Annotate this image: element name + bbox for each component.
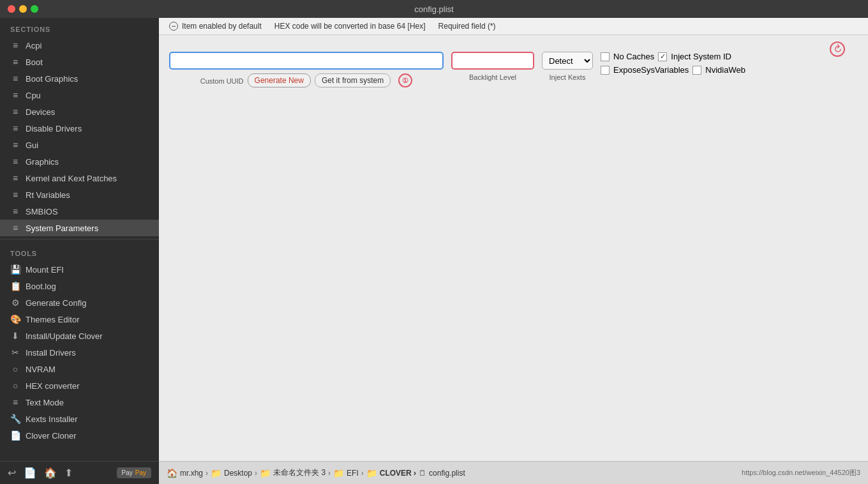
sidebar-item-themes-editor[interactable]: 🎨 Themes Editor: [0, 311, 159, 328]
sidebar-item-devices[interactable]: ≡ Devices: [0, 103, 159, 120]
sidebar-item-graphics[interactable]: ≡ Graphics: [0, 153, 159, 170]
no-caches-checkbox[interactable]: [601, 52, 610, 61]
breadcrumb-desktop: Desktop: [224, 469, 252, 478]
sidebar-item-acpi[interactable]: ≡ Acpi: [0, 37, 159, 54]
minimize-button[interactable]: [19, 5, 27, 13]
no-caches-label: No Caches: [613, 52, 654, 61]
list-icon: ≡: [10, 173, 20, 183]
inject-kexts-label: Inject Kexts: [550, 73, 586, 81]
log-icon: 📋: [10, 281, 20, 291]
new-file-icon[interactable]: 📄: [24, 467, 36, 479]
expose-sys-variables-checkbox[interactable]: [601, 66, 610, 75]
sidebar-item-install-update-clover[interactable]: ⬇ Install/Update Clover: [0, 328, 159, 344]
expose-sys-variables-label: ExposeSysVariables: [613, 65, 689, 75]
sidebar-item-gui[interactable]: ≡ Gui: [0, 137, 159, 153]
section-content: ↻ Custom UUID Generate New Get it from s…: [159, 35, 868, 461]
sidebar-item-clover-cloner[interactable]: 📄 Clover Cloner: [0, 427, 159, 444]
title-bar: config.plist: [0, 0, 868, 18]
sidebar-item-smbios[interactable]: ≡ SMBIOS: [0, 203, 159, 220]
hex-code-label: HEX code will be converted in base 64 [H…: [274, 22, 426, 31]
breadcrumb-plist: config.plist: [429, 469, 465, 478]
hex-icon: ○: [10, 381, 20, 391]
breadcrumb-arrow: ›: [255, 469, 257, 478]
palette-icon: 🎨: [10, 314, 20, 324]
list-icon: ≡: [10, 90, 20, 100]
share-icon[interactable]: ⬆: [64, 467, 73, 479]
backlight-level-label: Backlight Level: [469, 73, 516, 81]
breadcrumb-arrow: ›: [328, 469, 331, 478]
sections-header: SECTIONS: [0, 18, 159, 37]
uuid-info-circle: ①: [398, 73, 412, 87]
list-icon: ≡: [10, 140, 20, 150]
tools-header: TOOLS: [0, 242, 159, 261]
sidebar-item-install-drivers[interactable]: ✂ Install Drivers: [0, 344, 159, 361]
sidebar-item-kernel-kext-patches[interactable]: ≡ Kernel and Kext Patches: [0, 170, 159, 186]
maximize-button[interactable]: [31, 5, 38, 13]
required-field-info: Required field (*): [438, 22, 496, 31]
form-row-main: Custom UUID Generate New Get it from sys…: [169, 52, 830, 87]
nvidia-web-checkbox[interactable]: [692, 66, 701, 75]
window-controls: [8, 5, 38, 13]
sidebar-item-generate-config[interactable]: ⚙ Generate Config: [0, 294, 159, 311]
wrench-icon: ✂: [10, 347, 20, 358]
detect-group: Detect Inject Kexts: [542, 52, 593, 81]
sidebar-item-boot-log[interactable]: 📋 Boot.log: [0, 278, 159, 294]
text-icon: ≡: [10, 397, 20, 407]
backlight-level-group: Backlight Level: [451, 52, 534, 81]
enabled-checkbox-icon: −: [169, 22, 178, 31]
home-icon[interactable]: 🏠: [44, 467, 57, 479]
desktop-folder-icon: 📁: [211, 468, 221, 478]
sidebar-item-kexts-installer[interactable]: 🔧 Kexts Installer: [0, 411, 159, 427]
custom-uuid-input[interactable]: [169, 52, 444, 70]
back-icon[interactable]: ↩: [8, 467, 16, 479]
item-enabled-label: Item enabled by default: [182, 22, 262, 31]
sidebar-item-disable-drivers[interactable]: ≡ Disable Drivers: [0, 120, 159, 137]
pay-icon: Pay: [122, 469, 133, 476]
disk-icon: 💾: [10, 264, 20, 275]
sidebar-item-mount-efi[interactable]: 💾 Mount EFI: [0, 261, 159, 278]
cloner-icon: 📄: [10, 430, 20, 441]
status-url: https://blog.csdn.net/weixin_44520图3: [742, 468, 860, 478]
sidebar-bottom: ↩ 📄 🏠 ⬆ Pay Pay: [0, 461, 159, 484]
list-icon: ≡: [10, 206, 20, 216]
sidebar-item-boot-graphics[interactable]: ≡ Boot Graphics: [0, 70, 159, 87]
get-from-system-button[interactable]: Get it from system: [315, 73, 391, 87]
sidebar-divider: [0, 239, 159, 239]
close-button[interactable]: [8, 5, 15, 13]
sidebar-item-hex-converter[interactable]: ○ HEX converter: [0, 377, 159, 394]
breadcrumb-efi: EFI: [347, 469, 359, 478]
breadcrumb-arrow: ›: [361, 469, 364, 478]
breadcrumb-clover: CLOVER ›: [380, 469, 416, 478]
main-layout: SECTIONS ≡ Acpi ≡ Boot ≡ Boot Graphics ≡…: [0, 18, 868, 484]
plist-file-icon: 🗒: [419, 469, 426, 478]
kext-icon: 🔧: [10, 414, 20, 424]
required-field-label: Required field (*): [438, 22, 496, 31]
sidebar-item-nvram[interactable]: ○ NVRAM: [0, 361, 159, 377]
custom-uuid-label: Custom UUID: [200, 77, 244, 85]
generate-new-button[interactable]: Generate New: [248, 73, 311, 87]
sidebar-item-cpu[interactable]: ≡ Cpu: [0, 87, 159, 103]
sidebar: SECTIONS ≡ Acpi ≡ Boot ≡ Boot Graphics ≡…: [0, 18, 159, 484]
list-icon: ≡: [10, 156, 20, 167]
sidebar-item-boot[interactable]: ≡ Boot: [0, 54, 159, 70]
inject-system-id-checkbox[interactable]: [658, 52, 667, 61]
backlight-level-input[interactable]: [451, 52, 534, 70]
checkboxes-group: No Caches Inject System ID ExposeSysVari…: [601, 52, 745, 75]
status-bar: 🏠 mr.xhg › 📁 Desktop › 📁 未命名文件夹 3 › 📁 EF…: [159, 461, 868, 484]
detect-select[interactable]: Detect: [542, 52, 593, 70]
backlight-annotation-circle: ↻: [830, 42, 845, 57]
sidebar-item-system-parameters[interactable]: ≡ System Parameters: [0, 220, 159, 236]
circle-icon: ○: [10, 364, 20, 374]
list-icon: ≡: [10, 57, 20, 67]
sidebar-item-text-mode[interactable]: ≡ Text Mode: [0, 394, 159, 411]
home-breadcrumb-icon: 🏠: [167, 468, 177, 478]
info-bar: − Item enabled by default HEX code will …: [159, 18, 868, 35]
gear-icon: ⚙: [10, 298, 20, 308]
breadcrumb-user: mr.xhg: [180, 469, 203, 478]
list-icon: ≡: [10, 73, 20, 84]
donate-button[interactable]: Pay Pay: [117, 467, 151, 478]
sidebar-item-rt-variables[interactable]: ≡ Rt Variables: [0, 186, 159, 203]
list-icon: ≡: [10, 123, 20, 133]
inject-system-id-label: Inject System ID: [671, 52, 731, 61]
download-icon: ⬇: [10, 331, 20, 341]
